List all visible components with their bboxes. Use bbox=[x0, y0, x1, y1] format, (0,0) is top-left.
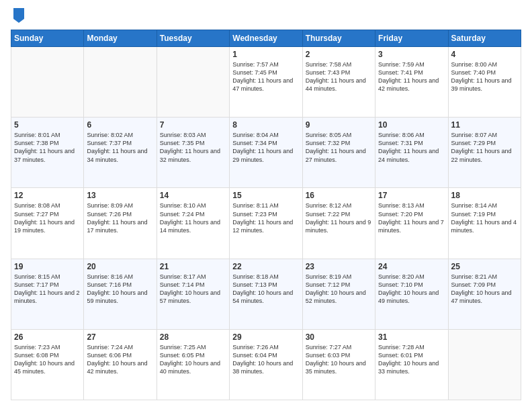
calendar-cell: 11Sunrise: 8:07 AM Sunset: 7:29 PM Dayli… bbox=[448, 118, 521, 188]
day-number: 10 bbox=[378, 120, 445, 130]
day-info: Sunrise: 8:15 AM Sunset: 7:17 PM Dayligh… bbox=[14, 273, 81, 306]
day-info: Sunrise: 8:13 AM Sunset: 7:20 PM Dayligh… bbox=[378, 201, 445, 234]
day-number: 4 bbox=[451, 50, 518, 59]
calendar-cell: 10Sunrise: 8:06 AM Sunset: 7:31 PM Dayli… bbox=[375, 118, 448, 188]
weekday-header: Sunday bbox=[11, 30, 84, 47]
calendar-header: SundayMondayTuesdayWednesdayThursdayFrid… bbox=[11, 30, 521, 47]
calendar-cell: 13Sunrise: 8:09 AM Sunset: 7:26 PM Dayli… bbox=[84, 188, 157, 259]
day-number: 9 bbox=[306, 120, 372, 130]
day-info: Sunrise: 8:07 AM Sunset: 7:29 PM Dayligh… bbox=[451, 131, 518, 164]
logo-text bbox=[11, 11, 24, 23]
weekday-header: Saturday bbox=[448, 30, 521, 47]
day-number: 23 bbox=[306, 262, 372, 271]
day-number: 15 bbox=[232, 191, 299, 200]
calendar-cell: 22Sunrise: 8:18 AM Sunset: 7:13 PM Dayli… bbox=[230, 259, 302, 329]
day-info: Sunrise: 8:19 AM Sunset: 7:12 PM Dayligh… bbox=[306, 273, 372, 306]
day-info: Sunrise: 8:00 AM Sunset: 7:40 PM Dayligh… bbox=[451, 60, 518, 93]
day-number: 12 bbox=[14, 191, 81, 200]
day-info: Sunrise: 8:11 AM Sunset: 7:23 PM Dayligh… bbox=[232, 201, 299, 234]
day-info: Sunrise: 7:57 AM Sunset: 7:45 PM Dayligh… bbox=[232, 60, 299, 93]
day-number: 5 bbox=[14, 120, 81, 130]
calendar-cell: 31Sunrise: 7:28 AM Sunset: 6:01 PM Dayli… bbox=[375, 329, 448, 400]
day-info: Sunrise: 8:21 AM Sunset: 7:09 PM Dayligh… bbox=[451, 273, 518, 306]
calendar-cell: 9Sunrise: 8:05 AM Sunset: 7:32 PM Daylig… bbox=[302, 118, 375, 188]
day-number: 6 bbox=[87, 120, 153, 130]
day-number: 13 bbox=[87, 191, 153, 200]
weekday-header: Monday bbox=[84, 30, 157, 47]
calendar-cell: 2Sunrise: 7:58 AM Sunset: 7:43 PM Daylig… bbox=[302, 47, 375, 118]
day-info: Sunrise: 8:04 AM Sunset: 7:34 PM Dayligh… bbox=[232, 131, 299, 164]
calendar-cell bbox=[11, 47, 84, 118]
calendar-cell: 4Sunrise: 8:00 AM Sunset: 7:40 PM Daylig… bbox=[448, 47, 521, 118]
day-number: 29 bbox=[232, 332, 299, 342]
day-number: 20 bbox=[87, 262, 153, 271]
day-info: Sunrise: 8:14 AM Sunset: 7:19 PM Dayligh… bbox=[451, 201, 518, 234]
weekday-row: SundayMondayTuesdayWednesdayThursdayFrid… bbox=[11, 30, 521, 47]
calendar-cell: 23Sunrise: 8:19 AM Sunset: 7:12 PM Dayli… bbox=[302, 259, 375, 329]
day-info: Sunrise: 8:03 AM Sunset: 7:35 PM Dayligh… bbox=[160, 131, 226, 164]
calendar-cell: 17Sunrise: 8:13 AM Sunset: 7:20 PM Dayli… bbox=[375, 188, 448, 259]
day-number: 21 bbox=[160, 262, 226, 271]
day-info: Sunrise: 7:26 AM Sunset: 6:04 PM Dayligh… bbox=[232, 343, 299, 376]
calendar-cell: 5Sunrise: 8:01 AM Sunset: 7:38 PM Daylig… bbox=[11, 118, 84, 188]
day-info: Sunrise: 7:23 AM Sunset: 6:08 PM Dayligh… bbox=[14, 343, 81, 376]
weekday-header: Tuesday bbox=[157, 30, 229, 47]
day-info: Sunrise: 8:12 AM Sunset: 7:22 PM Dayligh… bbox=[306, 201, 372, 234]
calendar-body: 1Sunrise: 7:57 AM Sunset: 7:45 PM Daylig… bbox=[11, 47, 521, 400]
day-number: 3 bbox=[378, 50, 445, 59]
day-info: Sunrise: 7:24 AM Sunset: 6:06 PM Dayligh… bbox=[87, 343, 153, 376]
calendar-cell: 14Sunrise: 8:10 AM Sunset: 7:24 PM Dayli… bbox=[157, 188, 229, 259]
day-info: Sunrise: 8:16 AM Sunset: 7:16 PM Dayligh… bbox=[87, 273, 153, 306]
day-info: Sunrise: 8:18 AM Sunset: 7:13 PM Dayligh… bbox=[232, 273, 299, 306]
calendar-cell: 7Sunrise: 8:03 AM Sunset: 7:35 PM Daylig… bbox=[157, 118, 229, 188]
day-info: Sunrise: 8:10 AM Sunset: 7:24 PM Dayligh… bbox=[160, 201, 226, 234]
logo bbox=[11, 11, 24, 23]
weekday-header: Friday bbox=[375, 30, 448, 47]
weekday-header: Thursday bbox=[302, 30, 375, 47]
day-number: 17 bbox=[378, 191, 445, 200]
calendar-cell: 28Sunrise: 7:25 AM Sunset: 6:05 PM Dayli… bbox=[157, 329, 229, 400]
calendar-cell: 1Sunrise: 7:57 AM Sunset: 7:45 PM Daylig… bbox=[230, 47, 302, 118]
calendar-cell: 20Sunrise: 8:16 AM Sunset: 7:16 PM Dayli… bbox=[84, 259, 157, 329]
calendar-week-row: 5Sunrise: 8:01 AM Sunset: 7:38 PM Daylig… bbox=[11, 118, 521, 188]
calendar-table: SundayMondayTuesdayWednesdayThursdayFrid… bbox=[11, 30, 521, 400]
calendar-week-row: 19Sunrise: 8:15 AM Sunset: 7:17 PM Dayli… bbox=[11, 259, 521, 329]
page: SundayMondayTuesdayWednesdayThursdayFrid… bbox=[0, 0, 532, 411]
day-number: 19 bbox=[14, 262, 81, 271]
calendar-cell bbox=[448, 329, 521, 400]
day-number: 26 bbox=[14, 332, 81, 342]
day-number: 8 bbox=[232, 120, 299, 130]
calendar-cell: 21Sunrise: 8:17 AM Sunset: 7:14 PM Dayli… bbox=[157, 259, 229, 329]
day-number: 1 bbox=[232, 50, 299, 59]
calendar-week-row: 1Sunrise: 7:57 AM Sunset: 7:45 PM Daylig… bbox=[11, 47, 521, 118]
day-info: Sunrise: 8:06 AM Sunset: 7:31 PM Dayligh… bbox=[378, 131, 445, 164]
calendar-cell bbox=[157, 47, 229, 118]
day-info: Sunrise: 7:25 AM Sunset: 6:05 PM Dayligh… bbox=[160, 343, 226, 376]
calendar-cell: 15Sunrise: 8:11 AM Sunset: 7:23 PM Dayli… bbox=[230, 188, 302, 259]
day-number: 2 bbox=[306, 50, 372, 59]
calendar-cell: 19Sunrise: 8:15 AM Sunset: 7:17 PM Dayli… bbox=[11, 259, 84, 329]
header bbox=[11, 11, 521, 23]
calendar-cell: 29Sunrise: 7:26 AM Sunset: 6:04 PM Dayli… bbox=[230, 329, 302, 400]
day-number: 31 bbox=[378, 332, 445, 342]
day-number: 28 bbox=[160, 332, 226, 342]
day-info: Sunrise: 8:02 AM Sunset: 7:37 PM Dayligh… bbox=[87, 131, 153, 164]
day-info: Sunrise: 8:20 AM Sunset: 7:10 PM Dayligh… bbox=[378, 273, 445, 306]
calendar-cell: 8Sunrise: 8:04 AM Sunset: 7:34 PM Daylig… bbox=[230, 118, 302, 188]
calendar-cell: 25Sunrise: 8:21 AM Sunset: 7:09 PM Dayli… bbox=[448, 259, 521, 329]
weekday-header: Wednesday bbox=[230, 30, 302, 47]
calendar-week-row: 12Sunrise: 8:08 AM Sunset: 7:27 PM Dayli… bbox=[11, 188, 521, 259]
day-number: 24 bbox=[378, 262, 445, 271]
day-info: Sunrise: 8:08 AM Sunset: 7:27 PM Dayligh… bbox=[14, 201, 81, 234]
day-info: Sunrise: 8:05 AM Sunset: 7:32 PM Dayligh… bbox=[306, 131, 372, 164]
calendar-cell: 26Sunrise: 7:23 AM Sunset: 6:08 PM Dayli… bbox=[11, 329, 84, 400]
day-number: 27 bbox=[87, 332, 153, 342]
calendar-cell bbox=[84, 47, 157, 118]
day-number: 16 bbox=[306, 191, 372, 200]
calendar-cell: 12Sunrise: 8:08 AM Sunset: 7:27 PM Dayli… bbox=[11, 188, 84, 259]
calendar-week-row: 26Sunrise: 7:23 AM Sunset: 6:08 PM Dayli… bbox=[11, 329, 521, 400]
calendar-cell: 16Sunrise: 8:12 AM Sunset: 7:22 PM Dayli… bbox=[302, 188, 375, 259]
day-number: 22 bbox=[232, 262, 299, 271]
calendar-cell: 3Sunrise: 7:59 AM Sunset: 7:41 PM Daylig… bbox=[375, 47, 448, 118]
day-info: Sunrise: 7:27 AM Sunset: 6:03 PM Dayligh… bbox=[306, 343, 372, 376]
